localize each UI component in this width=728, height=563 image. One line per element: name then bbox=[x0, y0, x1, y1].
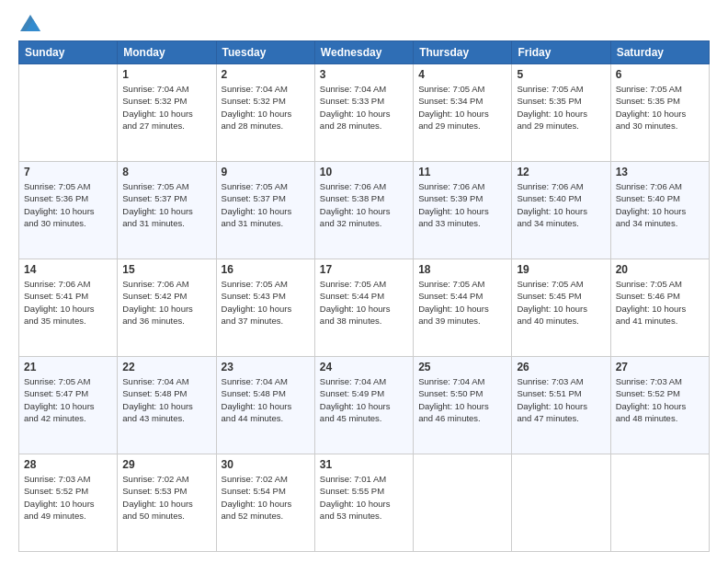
calendar-cell: 15Sunrise: 7:06 AM Sunset: 5:42 PM Dayli… bbox=[118, 259, 216, 357]
day-number: 23 bbox=[222, 361, 310, 373]
day-detail: Sunrise: 7:03 AM Sunset: 5:52 PM Dayligh… bbox=[24, 473, 112, 522]
day-detail: Sunrise: 7:03 AM Sunset: 5:52 PM Dayligh… bbox=[616, 375, 704, 424]
day-detail: Sunrise: 7:06 AM Sunset: 5:38 PM Dayligh… bbox=[320, 180, 408, 229]
calendar-cell: 28Sunrise: 7:03 AM Sunset: 5:52 PM Dayli… bbox=[19, 454, 118, 552]
day-number: 17 bbox=[320, 263, 408, 276]
day-number: 9 bbox=[222, 166, 310, 178]
day-detail: Sunrise: 7:05 AM Sunset: 5:47 PM Dayligh… bbox=[24, 375, 112, 424]
day-detail: Sunrise: 7:05 AM Sunset: 5:34 PM Dayligh… bbox=[418, 83, 506, 132]
day-detail: Sunrise: 7:05 AM Sunset: 5:36 PM Dayligh… bbox=[24, 180, 112, 229]
day-number: 13 bbox=[616, 166, 704, 178]
day-detail: Sunrise: 7:04 AM Sunset: 5:50 PM Dayligh… bbox=[418, 375, 506, 424]
calendar-cell: 3Sunrise: 7:04 AM Sunset: 5:33 PM Daylig… bbox=[314, 64, 413, 162]
calendar-cell: 9Sunrise: 7:05 AM Sunset: 5:37 PM Daylig… bbox=[216, 162, 314, 259]
page: SundayMondayTuesdayWednesdayThursdayFrid… bbox=[0, 0, 728, 563]
calendar-cell: 17Sunrise: 7:05 AM Sunset: 5:44 PM Dayli… bbox=[314, 259, 413, 357]
day-number: 8 bbox=[122, 166, 210, 178]
calendar-day-header: Monday bbox=[118, 41, 216, 64]
calendar-cell: 29Sunrise: 7:02 AM Sunset: 5:53 PM Dayli… bbox=[118, 454, 216, 552]
day-detail: Sunrise: 7:03 AM Sunset: 5:51 PM Dayligh… bbox=[517, 375, 605, 424]
calendar-cell: 21Sunrise: 7:05 AM Sunset: 5:47 PM Dayli… bbox=[19, 357, 118, 454]
day-number: 28 bbox=[24, 458, 112, 471]
calendar-cell bbox=[414, 454, 512, 552]
calendar-cell: 31Sunrise: 7:01 AM Sunset: 5:55 PM Dayli… bbox=[314, 454, 413, 552]
calendar-week-row: 7Sunrise: 7:05 AM Sunset: 5:36 PM Daylig… bbox=[19, 162, 710, 259]
calendar-week-row: 21Sunrise: 7:05 AM Sunset: 5:47 PM Dayli… bbox=[19, 357, 710, 454]
day-number: 10 bbox=[320, 166, 408, 178]
day-detail: Sunrise: 7:04 AM Sunset: 5:48 PM Dayligh… bbox=[122, 375, 210, 424]
calendar-week-row: 28Sunrise: 7:03 AM Sunset: 5:52 PM Dayli… bbox=[19, 454, 710, 552]
calendar-cell: 14Sunrise: 7:06 AM Sunset: 5:41 PM Dayli… bbox=[19, 259, 118, 357]
calendar-cell: 4Sunrise: 7:05 AM Sunset: 5:34 PM Daylig… bbox=[414, 64, 512, 162]
calendar-cell: 20Sunrise: 7:05 AM Sunset: 5:46 PM Dayli… bbox=[610, 259, 709, 357]
day-number: 24 bbox=[320, 361, 408, 373]
day-detail: Sunrise: 7:05 AM Sunset: 5:35 PM Dayligh… bbox=[517, 83, 605, 132]
calendar-day-header: Thursday bbox=[414, 41, 512, 64]
day-detail: Sunrise: 7:05 AM Sunset: 5:45 PM Dayligh… bbox=[517, 278, 605, 327]
day-detail: Sunrise: 7:05 AM Sunset: 5:46 PM Dayligh… bbox=[616, 278, 704, 327]
day-number: 16 bbox=[222, 263, 310, 276]
day-detail: Sunrise: 7:01 AM Sunset: 5:55 PM Dayligh… bbox=[320, 473, 408, 522]
calendar-cell: 2Sunrise: 7:04 AM Sunset: 5:32 PM Daylig… bbox=[216, 64, 314, 162]
day-number: 14 bbox=[24, 263, 112, 276]
day-number: 25 bbox=[418, 361, 506, 373]
day-number: 20 bbox=[616, 263, 704, 276]
calendar-cell bbox=[19, 64, 118, 162]
day-number: 27 bbox=[616, 361, 704, 373]
calendar-cell: 13Sunrise: 7:06 AM Sunset: 5:40 PM Dayli… bbox=[610, 162, 709, 259]
calendar-cell: 5Sunrise: 7:05 AM Sunset: 5:35 PM Daylig… bbox=[512, 64, 610, 162]
calendar-cell: 30Sunrise: 7:02 AM Sunset: 5:54 PM Dayli… bbox=[216, 454, 314, 552]
logo-icon bbox=[20, 15, 40, 31]
header bbox=[18, 15, 710, 31]
day-detail: Sunrise: 7:06 AM Sunset: 5:39 PM Dayligh… bbox=[418, 180, 506, 229]
day-detail: Sunrise: 7:05 AM Sunset: 5:44 PM Dayligh… bbox=[320, 278, 408, 327]
day-number: 18 bbox=[418, 263, 506, 276]
day-detail: Sunrise: 7:06 AM Sunset: 5:40 PM Dayligh… bbox=[616, 180, 704, 229]
day-detail: Sunrise: 7:05 AM Sunset: 5:37 PM Dayligh… bbox=[222, 180, 310, 229]
calendar-cell: 16Sunrise: 7:05 AM Sunset: 5:43 PM Dayli… bbox=[216, 259, 314, 357]
calendar-cell: 11Sunrise: 7:06 AM Sunset: 5:39 PM Dayli… bbox=[414, 162, 512, 259]
day-detail: Sunrise: 7:04 AM Sunset: 5:49 PM Dayligh… bbox=[320, 375, 408, 424]
day-number: 3 bbox=[320, 68, 408, 81]
day-detail: Sunrise: 7:06 AM Sunset: 5:40 PM Dayligh… bbox=[517, 180, 605, 229]
calendar-day-header: Friday bbox=[512, 41, 610, 64]
calendar-cell: 27Sunrise: 7:03 AM Sunset: 5:52 PM Dayli… bbox=[610, 357, 709, 454]
day-number: 6 bbox=[616, 68, 704, 81]
calendar-cell: 22Sunrise: 7:04 AM Sunset: 5:48 PM Dayli… bbox=[118, 357, 216, 454]
day-number: 4 bbox=[418, 68, 506, 81]
calendar-cell: 1Sunrise: 7:04 AM Sunset: 5:32 PM Daylig… bbox=[118, 64, 216, 162]
day-detail: Sunrise: 7:04 AM Sunset: 5:48 PM Dayligh… bbox=[222, 375, 310, 424]
logo bbox=[18, 15, 40, 31]
day-number: 5 bbox=[517, 68, 605, 81]
calendar-week-row: 1Sunrise: 7:04 AM Sunset: 5:32 PM Daylig… bbox=[19, 64, 710, 162]
day-detail: Sunrise: 7:02 AM Sunset: 5:54 PM Dayligh… bbox=[222, 473, 310, 522]
day-number: 22 bbox=[122, 361, 210, 373]
calendar-cell: 24Sunrise: 7:04 AM Sunset: 5:49 PM Dayli… bbox=[314, 357, 413, 454]
calendar-cell bbox=[512, 454, 610, 552]
day-number: 29 bbox=[122, 458, 210, 471]
day-number: 15 bbox=[122, 263, 210, 276]
calendar-cell: 7Sunrise: 7:05 AM Sunset: 5:36 PM Daylig… bbox=[19, 162, 118, 259]
day-detail: Sunrise: 7:04 AM Sunset: 5:32 PM Dayligh… bbox=[222, 83, 310, 132]
calendar-cell: 19Sunrise: 7:05 AM Sunset: 5:45 PM Dayli… bbox=[512, 259, 610, 357]
day-number: 1 bbox=[122, 68, 210, 81]
calendar-week-row: 14Sunrise: 7:06 AM Sunset: 5:41 PM Dayli… bbox=[19, 259, 710, 357]
calendar-cell bbox=[610, 454, 709, 552]
day-detail: Sunrise: 7:05 AM Sunset: 5:37 PM Dayligh… bbox=[122, 180, 210, 229]
calendar-cell: 23Sunrise: 7:04 AM Sunset: 5:48 PM Dayli… bbox=[216, 357, 314, 454]
calendar-cell: 12Sunrise: 7:06 AM Sunset: 5:40 PM Dayli… bbox=[512, 162, 610, 259]
day-number: 11 bbox=[418, 166, 506, 178]
calendar-day-header: Saturday bbox=[610, 41, 709, 64]
calendar-cell: 18Sunrise: 7:05 AM Sunset: 5:44 PM Dayli… bbox=[414, 259, 512, 357]
calendar-day-header: Sunday bbox=[19, 41, 118, 64]
day-detail: Sunrise: 7:06 AM Sunset: 5:42 PM Dayligh… bbox=[122, 278, 210, 327]
day-number: 31 bbox=[320, 458, 408, 471]
day-number: 26 bbox=[517, 361, 605, 373]
day-number: 19 bbox=[517, 263, 605, 276]
calendar-cell: 10Sunrise: 7:06 AM Sunset: 5:38 PM Dayli… bbox=[314, 162, 413, 259]
day-number: 7 bbox=[24, 166, 112, 178]
day-number: 30 bbox=[222, 458, 310, 471]
calendar-cell: 26Sunrise: 7:03 AM Sunset: 5:51 PM Dayli… bbox=[512, 357, 610, 454]
calendar-header-row: SundayMondayTuesdayWednesdayThursdayFrid… bbox=[19, 41, 710, 64]
calendar-cell: 6Sunrise: 7:05 AM Sunset: 5:35 PM Daylig… bbox=[610, 64, 709, 162]
